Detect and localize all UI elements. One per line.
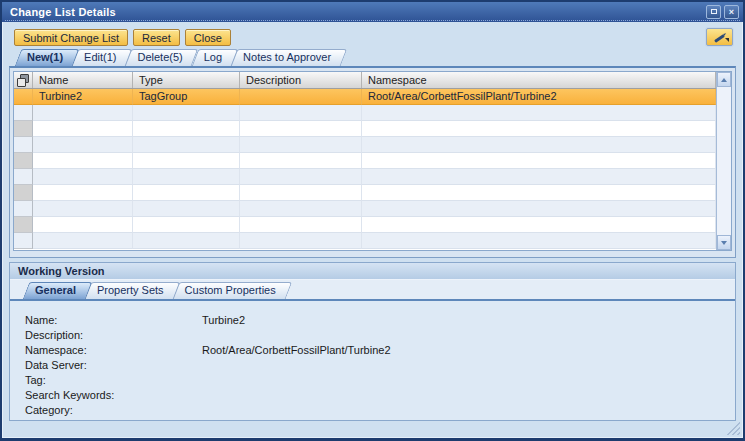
- empty-cell: [33, 137, 133, 153]
- column-header-type[interactable]: Type: [133, 72, 240, 88]
- tab-delete-5-[interactable]: Delete(5): [126, 49, 197, 66]
- field-label: Category:: [25, 403, 202, 418]
- window-controls: ×: [706, 5, 739, 19]
- scroll-down-arrow-icon: [721, 241, 727, 245]
- empty-cell: [362, 137, 716, 153]
- empty-cell: [240, 137, 362, 153]
- column-header-description[interactable]: Description: [240, 72, 362, 88]
- status-footer: [2, 417, 743, 438]
- tab-new-1-[interactable]: New(1): [16, 49, 78, 66]
- cell-name: Turbine2: [33, 89, 133, 105]
- row-selector-cell[interactable]: [14, 89, 33, 105]
- row-selector-cell[interactable]: [14, 217, 33, 233]
- wv-tab-custom-properties[interactable]: Custom Properties: [174, 282, 291, 299]
- change-list-tabstrip: New(1)Edit(1)Delete(5)LogNotes to Approv…: [2, 49, 743, 66]
- empty-cell: [33, 217, 133, 233]
- tab-label: Notes to Approver: [243, 51, 331, 63]
- row-selector-cell[interactable]: [14, 233, 33, 249]
- title-bar[interactable]: Change List Details ×: [2, 2, 743, 22]
- empty-cell: [33, 121, 133, 137]
- table-header-row: NameTypeDescriptionNamespace: [14, 72, 716, 89]
- table-row-empty[interactable]: [14, 217, 716, 233]
- empty-cell: [33, 201, 133, 217]
- empty-cell: [133, 153, 240, 169]
- table-row-empty[interactable]: [14, 169, 716, 185]
- change-list-table: NameTypeDescriptionNamespace Turbine2Tag…: [13, 71, 732, 251]
- personalize-button[interactable]: [706, 28, 733, 46]
- form-row-search-keywords: Search Keywords:: [25, 388, 735, 403]
- empty-cell: [133, 233, 240, 249]
- overlapping-squares-icon: [17, 74, 29, 86]
- empty-cell: [133, 201, 240, 217]
- wv-tab-general[interactable]: General: [24, 282, 91, 299]
- tab-label: Log: [204, 51, 222, 63]
- empty-cell: [362, 169, 716, 185]
- empty-cell: [33, 153, 133, 169]
- table-row-empty[interactable]: [14, 185, 716, 201]
- table-row-empty[interactable]: [14, 153, 716, 169]
- working-version-tabs-area: GeneralProperty SetsCustom Properties: [10, 280, 735, 299]
- scroll-down-button[interactable]: [717, 235, 731, 250]
- field-value: Root/Area/CorbettFossilPlant/Turbine2: [202, 343, 391, 358]
- empty-cell: [33, 105, 133, 121]
- reset-button[interactable]: Reset: [133, 29, 180, 46]
- working-version-tabstrip: GeneralProperty SetsCustom Properties: [10, 282, 735, 299]
- table-row-empty[interactable]: [14, 121, 716, 137]
- empty-cell: [362, 153, 716, 169]
- empty-cell: [362, 201, 716, 217]
- toolbar: Submit Change ListResetClose: [2, 22, 743, 49]
- row-selector-cell[interactable]: [14, 201, 33, 217]
- empty-cell: [33, 169, 133, 185]
- table-row-empty[interactable]: [14, 233, 716, 249]
- tab-label: Property Sets: [97, 284, 164, 296]
- empty-cell: [362, 105, 716, 121]
- cell-namespace: Root/Area/CorbettFossilPlant/Turbine2: [362, 89, 716, 105]
- field-label: Data Server:: [25, 358, 202, 373]
- empty-cell: [33, 185, 133, 201]
- form-row-tag: Tag:: [25, 373, 735, 388]
- pencil-icon: [714, 34, 725, 43]
- row-selector-cell[interactable]: [14, 169, 33, 185]
- table-row-empty[interactable]: [14, 201, 716, 217]
- close-window-icon[interactable]: ×: [724, 5, 739, 19]
- resize-grip[interactable]: [727, 422, 740, 435]
- working-version-form: Name:Turbine2Description:Namespace:Root/…: [10, 299, 735, 420]
- tab-notes-to-approver[interactable]: Notes to Approver: [232, 49, 346, 66]
- wv-tab-property-sets[interactable]: Property Sets: [86, 282, 179, 299]
- row-selector-cell[interactable]: [14, 105, 33, 121]
- table-row[interactable]: Turbine2TagGroupRoot/Area/CorbettFossilP…: [14, 89, 716, 105]
- scroll-up-arrow-icon: [721, 78, 727, 82]
- restore-window-icon[interactable]: [706, 5, 721, 19]
- row-selector-cell[interactable]: [14, 137, 33, 153]
- empty-cell: [240, 217, 362, 233]
- row-selector-cell[interactable]: [14, 185, 33, 201]
- close-button[interactable]: Close: [185, 29, 231, 46]
- table-row-empty[interactable]: [14, 105, 716, 121]
- tab-label: Edit(1): [84, 51, 116, 63]
- column-header-name[interactable]: Name: [33, 72, 133, 88]
- form-row-name: Name:Turbine2: [25, 313, 735, 328]
- dropdown-triangle-icon: [725, 38, 729, 42]
- scroll-up-button[interactable]: [717, 72, 731, 87]
- empty-cell: [240, 105, 362, 121]
- select-all-header-cell[interactable]: [14, 72, 33, 88]
- vertical-scrollbar[interactable]: [716, 72, 731, 250]
- tab-label: General: [35, 284, 76, 296]
- empty-cell: [240, 169, 362, 185]
- row-selector-cell[interactable]: [14, 153, 33, 169]
- column-header-namespace[interactable]: Namespace: [362, 72, 716, 88]
- empty-cell: [362, 185, 716, 201]
- form-row-data-server: Data Server:: [25, 358, 735, 373]
- empty-cell: [240, 185, 362, 201]
- field-value: Turbine2: [202, 313, 245, 328]
- row-selector-cell[interactable]: [14, 121, 33, 137]
- submit-change-list-button[interactable]: Submit Change List: [14, 29, 128, 46]
- field-label: Name:: [25, 313, 202, 328]
- working-version-header: Working Version: [10, 263, 735, 280]
- empty-cell: [240, 201, 362, 217]
- tab-edit-1-[interactable]: Edit(1): [73, 49, 131, 66]
- field-label: Search Keywords:: [25, 388, 202, 403]
- empty-cell: [240, 153, 362, 169]
- table-row-empty[interactable]: [14, 137, 716, 153]
- field-label: Description:: [25, 328, 202, 343]
